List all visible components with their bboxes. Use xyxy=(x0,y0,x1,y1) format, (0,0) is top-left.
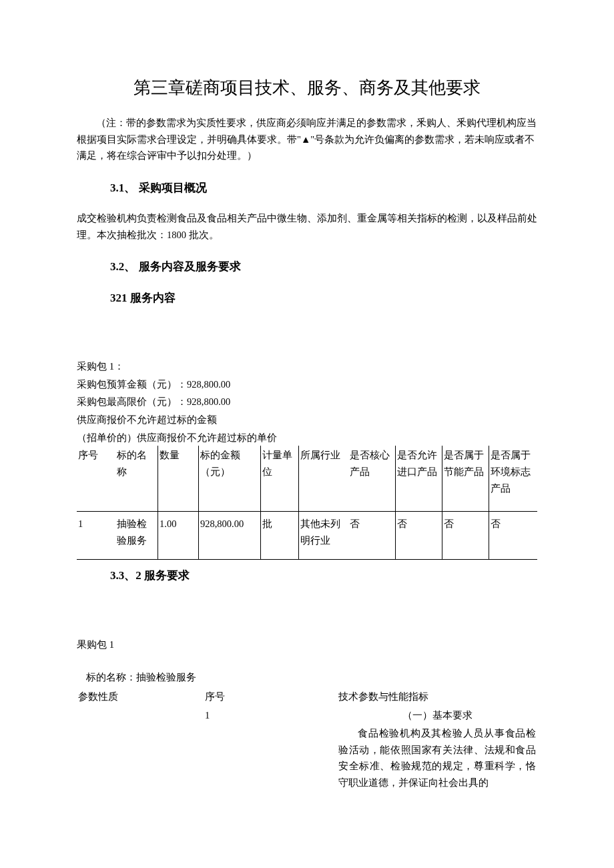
req-target-name: 标的名称：抽验检验服务 xyxy=(77,669,537,686)
col-spec: 技术参数与性能指标 xyxy=(337,687,537,707)
col-name: 标的名称 xyxy=(115,446,158,511)
cell-name: 抽验检验服务 xyxy=(115,512,158,560)
cell-ind: 其他未列明行业 xyxy=(298,512,348,560)
col-es: 是否属于节能产品 xyxy=(442,446,489,511)
cell-core: 否 xyxy=(348,512,395,560)
table-header-row: 参数性质 序号 技术参数与性能指标 xyxy=(77,687,537,707)
package-title: 采购包 1： xyxy=(77,358,537,375)
package-info: 采购包 1： 采购包预算金额（元）：928,800.00 采购包最高限价（元）：… xyxy=(77,358,537,446)
col-ind: 所属行业 xyxy=(298,446,348,511)
section-3-1-heading: 3.1、 采购项目概况 xyxy=(77,179,537,198)
requirements-block: 果购包 1 标的名称：抽验检验服务 参数性质 序号 技术参数与性能指标 1 （一… xyxy=(77,636,537,792)
cell-imp: 否 xyxy=(395,512,442,560)
spec-body: 食品检验机构及其检验人员从事食品检验活动，能依照国家有关法律、法规和食品安全标准… xyxy=(338,725,536,791)
col-unit: 计量单位 xyxy=(261,446,298,511)
section-3-2-heading: 3.2、 服务内容及服务要求 xyxy=(77,258,537,277)
table-header-row: 序号 标的名称 数量 标的金额（元） 计量单位 所属行业 是否核心产品 是否允许… xyxy=(77,446,537,511)
cell-seq: 1 xyxy=(204,706,337,792)
col-amt: 标的金额（元） xyxy=(198,446,261,511)
overview-text: 成交检验机构负责检测食品及食品相关产品中微生物、添加剂、重金属等相关指标的检测，… xyxy=(77,210,537,243)
cell-param-nature xyxy=(77,706,204,792)
package-ceiling: 采购包最高限价（元）：928,800.00 xyxy=(77,394,537,410)
col-env: 是否属于环境标志产品 xyxy=(489,446,537,511)
section-3-3-2-heading: 3.3、2 服务要求 xyxy=(77,566,537,586)
col-qty: 数量 xyxy=(158,446,199,511)
package-rule-1: 供应商报价不允许超过标的金额 xyxy=(77,412,537,428)
cell-spec: （一）基本要求 食品检验机构及其检验人员从事食品检验活动，能依照国家有关法律、法… xyxy=(337,706,537,792)
cell-seq: 1 xyxy=(77,512,115,560)
cell-env: 否 xyxy=(489,512,537,560)
requirements-table: 参数性质 序号 技术参数与性能指标 1 （一）基本要求 食品检验机构及其检验人员… xyxy=(77,687,537,793)
col-core: 是否核心产品 xyxy=(348,446,395,511)
req-package-label: 果购包 1 xyxy=(77,636,537,653)
cell-es: 否 xyxy=(442,512,489,560)
table-row: 1 抽验检验服务 1.00 928,800.00 批 其他未列明行业 否 否 否… xyxy=(77,512,537,560)
col-seq: 序号 xyxy=(77,446,115,511)
cell-unit: 批 xyxy=(261,512,298,560)
section-3-2-1-heading: 321 服务内容 xyxy=(77,289,537,308)
package-budget: 采购包预算金额（元）：928,800.00 xyxy=(77,376,537,393)
table-row: 1 （一）基本要求 食品检验机构及其检验人员从事食品检验活动，能依照国家有关法律… xyxy=(77,706,537,792)
bid-items-table: 序号 标的名称 数量 标的金额（元） 计量单位 所属行业 是否核心产品 是否允许… xyxy=(77,446,537,560)
package-rule-2: （招单价的）供应商报价不允许超过标的单价 xyxy=(77,430,537,446)
col-param-nature: 参数性质 xyxy=(77,687,204,707)
note-text: （注：带的参数需求为实质性要求，供应商必须响应并满足的参数需求，釆购人、釆购代理… xyxy=(77,115,537,164)
cell-qty: 1.00 xyxy=(158,512,199,560)
col-seq: 序号 xyxy=(204,687,337,707)
spec-title: （一）基本要求 xyxy=(338,707,536,724)
chapter-title: 第三章磋商项目技术、服务、商务及其他要求 xyxy=(77,73,537,103)
col-imp: 是否允许进口产品 xyxy=(395,446,442,511)
cell-amt: 928,800.00 xyxy=(198,512,261,560)
